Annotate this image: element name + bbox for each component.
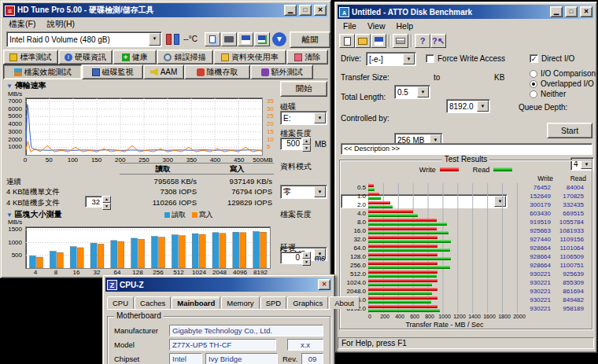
spinner-arrows[interactable]: ▲▼	[302, 252, 311, 264]
file-length-unit: MB	[315, 140, 327, 149]
file-length-spinner[interactable]: 500 ▲▼	[280, 138, 311, 150]
close-button[interactable]: ✕	[580, 6, 592, 17]
tab-error-scan[interactable]: 錯誤掃描	[157, 50, 213, 64]
latency-unit: ms	[315, 254, 325, 263]
data-mode-select[interactable]: 零 ▼	[280, 185, 327, 199]
copy-button[interactable]	[205, 32, 220, 46]
device-select[interactable]: Intel Raid 0 Volume (480 gB) ▼	[6, 31, 162, 47]
tab-disk-info[interactable]: i硬碟資訊	[58, 50, 113, 64]
radio-icon[interactable]	[530, 70, 537, 78]
context-help-button[interactable]: ?↖	[430, 34, 446, 48]
axis-tick: 25	[267, 113, 274, 119]
direct-io-checkbox[interactable]: ✓ Direct I/O	[530, 54, 574, 63]
cpuz-titlebar[interactable]: Z CPU-Z ✕	[105, 278, 332, 292]
close-button[interactable]: ✕	[318, 279, 330, 290]
checkbox-checked-icon[interactable]: ✓	[530, 54, 538, 63]
chevron-down-icon[interactable]: ▼	[477, 101, 489, 112]
transfer-rate-chart	[25, 97, 263, 156]
bar-cell	[368, 278, 518, 287]
print-button[interactable]	[393, 34, 408, 48]
save-button[interactable]	[371, 34, 386, 48]
chevron-down-icon[interactable]: ▼	[417, 86, 429, 97]
collapse-arrow-icon[interactable]: ▼	[6, 83, 13, 90]
maximize-button[interactable]: □	[565, 6, 578, 17]
red-thermometer-icon	[166, 34, 172, 45]
atto-toolbar: ? ?↖	[338, 32, 594, 50]
radio-io-comparison[interactable]: I/O Comparison	[530, 69, 596, 78]
chevron-down-icon[interactable]: ▼	[403, 53, 415, 64]
read-bar	[368, 222, 447, 226]
tab-memory[interactable]: Memory	[221, 296, 259, 309]
start-button[interactable]: 開始	[280, 81, 327, 97]
tab-cpu[interactable]: CPU	[107, 296, 134, 309]
force-write-checkbox[interactable]: Force Write Access	[426, 54, 505, 63]
checkbox-icon[interactable]	[426, 54, 434, 63]
tab-mainboard[interactable]: Mainboard	[172, 296, 220, 309]
spinner-arrows[interactable]: ▲▼	[102, 196, 111, 208]
radio-icon[interactable]	[530, 90, 537, 98]
exit-button[interactable]: 離開	[290, 31, 330, 48]
radio-overlapped-io[interactable]: Overlapped I/O	[530, 79, 594, 88]
close-button[interactable]: ✕	[314, 5, 327, 16]
minimize-button[interactable]: ▁	[284, 5, 297, 16]
tab-aam[interactable]: AAM	[143, 64, 184, 79]
menu-help[interactable]: 說明(H)	[41, 18, 80, 31]
axis-tick: 50	[46, 157, 53, 164]
atto-titlebar[interactable]: A Untitled - ATTO Disk Benchmark ▁ □ ✕	[338, 5, 594, 19]
disk-value: E:	[283, 114, 290, 123]
radio-neither[interactable]: Neither	[530, 90, 566, 98]
tab-label: 隨機存取	[207, 67, 238, 78]
latency-spinner[interactable]: 0 ▲▼	[280, 252, 311, 264]
tab-about[interactable]: About	[329, 296, 360, 309]
menu-file[interactable]: 檔案(F)	[3, 18, 41, 31]
menu-help[interactable]: Help	[391, 20, 419, 31]
chevron-down-icon[interactable]: ▼	[149, 33, 161, 46]
transfer-from-value: 0.5	[397, 88, 408, 97]
model-extra-value: x.x	[287, 339, 323, 351]
maximize-button[interactable]: □	[299, 5, 312, 16]
radio-selected-icon[interactable]	[530, 80, 537, 88]
tab-disk-monitor[interactable]: 磁碟監視	[82, 64, 143, 79]
menu-view[interactable]: View	[362, 20, 391, 31]
about-button[interactable]: ?	[415, 34, 430, 48]
tab-random-access[interactable]: 隨機存取	[184, 64, 250, 79]
menu-file[interactable]: File	[338, 20, 362, 31]
transfer-to-select[interactable]: 8192.0 ▼	[446, 99, 490, 113]
tab-erase[interactable]: 清除	[286, 50, 328, 64]
new-button[interactable]	[339, 34, 355, 48]
disk-select[interactable]: E: ▼	[280, 111, 327, 125]
random-multi-write-value: 129829 IOPS	[201, 198, 272, 207]
tab-file-benchmark[interactable]: 檔案效能測試	[3, 64, 82, 79]
queue-depth-spinner[interactable]: 32 ▲▼	[85, 196, 111, 208]
collapse-arrow-icon[interactable]: ▼	[6, 211, 13, 219]
tab-health[interactable]: +健康	[113, 50, 157, 64]
tab-caches[interactable]: Caches	[135, 296, 171, 309]
transfer-from-select[interactable]: 0.5 ▼	[394, 85, 430, 99]
spinner-arrows[interactable]: ▲▼	[302, 138, 311, 150]
open-button[interactable]	[355, 34, 371, 48]
tab-graphics[interactable]: Graphics	[287, 296, 328, 309]
save-button[interactable]	[238, 32, 253, 46]
hdtune-titlebar[interactable]: ≡ HD Tune Pro 5.00 - 硬碟檢測/儲存工具 ▁ □ ✕	[3, 3, 328, 17]
sequential-write-value: 937149 KB/s	[201, 177, 272, 186]
random-single-write-value: 76794 IOPS	[201, 187, 272, 196]
tab-spd[interactable]: SPD	[260, 296, 287, 309]
description-box[interactable]: << Description >>	[341, 143, 592, 155]
screenshot-button[interactable]	[221, 32, 237, 46]
start-button[interactable]: Start	[547, 123, 592, 138]
drive-select[interactable]: [-e-] ▼	[366, 52, 416, 66]
tab-folder-usage[interactable]: 資料夾使用率	[213, 50, 287, 64]
minimize-button[interactable]: ▁	[550, 6, 563, 17]
test-results-title: Test Results	[442, 155, 489, 164]
tab-extra-tests[interactable]: 額外測試	[250, 64, 313, 79]
save-results-button[interactable]	[254, 32, 270, 46]
transfer-size-label: 32.0	[345, 236, 368, 243]
write-bar	[368, 253, 437, 256]
block-chart-left-axis: 15001000500	[3, 227, 24, 268]
chipset-rev-value: 09	[301, 353, 323, 364]
download-icon[interactable]: ▼	[272, 32, 286, 46]
read-bar	[152, 237, 158, 268]
chevron-down-icon[interactable]: ▼	[314, 112, 326, 123]
chevron-down-icon[interactable]: ▼	[314, 186, 326, 197]
tab-standard-test[interactable]: 標準測試	[3, 50, 58, 64]
